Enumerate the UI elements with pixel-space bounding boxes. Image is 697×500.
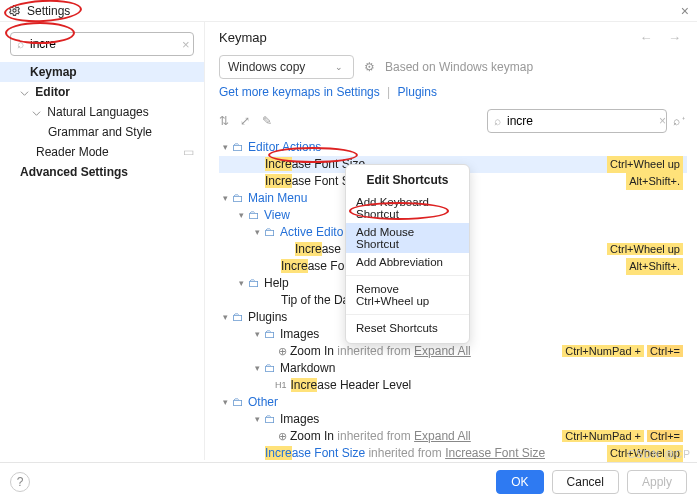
search-icon: ⌕ xyxy=(17,37,24,51)
keymap-scheme-select[interactable]: Windows copy ⌄ xyxy=(219,55,354,79)
close-icon[interactable]: × xyxy=(681,3,689,19)
help-button[interactable]: ? xyxy=(10,472,30,492)
title-bar: Settings × xyxy=(0,0,697,22)
sidebar-item-advanced[interactable]: Advanced Settings xyxy=(0,162,204,182)
get-more-link[interactable]: Get more keymaps in Settings xyxy=(219,85,380,99)
watermark: CSDN @CP xyxy=(628,449,691,460)
sidebar-search[interactable]: ⌕ × xyxy=(10,32,194,56)
footer: ? OK Cancel Apply xyxy=(0,462,697,500)
toggle-icon[interactable]: ▭ xyxy=(183,145,194,159)
tree-item-zoom-in[interactable]: ⊕Zoom In inherited from Expand AllCtrl+N… xyxy=(219,343,687,360)
cancel-button[interactable]: Cancel xyxy=(552,470,619,494)
sidebar-item-keymap[interactable]: Keymap xyxy=(0,62,204,82)
gear-icon[interactable]: ⚙ xyxy=(364,60,375,74)
chevron-down-icon: ⌄ xyxy=(335,62,343,72)
tree-toolbar[interactable]: ⇅ ⤢ ✎ xyxy=(219,114,276,128)
tree-folder-other[interactable]: ▾🗀Other xyxy=(219,394,687,411)
menu-reset[interactable]: Reset Shortcuts xyxy=(346,319,469,337)
ok-button[interactable]: OK xyxy=(496,470,543,494)
sidebar-item-reader[interactable]: Reader Mode ▭ xyxy=(0,142,204,162)
svg-point-0 xyxy=(13,9,16,12)
actions-search-input[interactable] xyxy=(505,113,659,129)
chevron-down-icon xyxy=(32,109,41,118)
menu-add-abbr[interactable]: Add Abbreviation xyxy=(346,253,469,271)
context-menu: Edit Shortcuts Add Keyboard Shortcut Add… xyxy=(345,164,470,344)
menu-add-keyboard[interactable]: Add Keyboard Shortcut xyxy=(346,193,469,223)
sidebar-item-editor[interactable]: Editor xyxy=(0,82,204,102)
sidebar-search-input[interactable] xyxy=(28,36,182,52)
window-title: Settings xyxy=(27,4,70,18)
chevron-down-icon xyxy=(20,89,29,98)
page-title: Keymap xyxy=(219,30,267,45)
plugins-link[interactable]: Plugins xyxy=(398,85,437,99)
sidebar-item-grammar[interactable]: Grammar and Style xyxy=(0,122,204,142)
nav-arrows[interactable]: ← → xyxy=(639,30,687,45)
clear-icon[interactable]: × xyxy=(182,37,190,52)
tree-item-header-level[interactable]: H1Increase Header Level xyxy=(219,377,687,394)
sidebar-item-natlang[interactable]: Natural Languages xyxy=(0,102,204,122)
find-by-shortcut-icon[interactable]: ⌕⁺ xyxy=(673,114,687,128)
tree-item-zoom-in-2[interactable]: ⊕Zoom In inherited from Expand AllCtrl+N… xyxy=(219,428,687,445)
sidebar: ⌕ × Keymap Editor Natural Languages Gram… xyxy=(0,22,205,460)
menu-title: Edit Shortcuts xyxy=(346,171,469,193)
menu-remove[interactable]: Remove Ctrl+Wheel up xyxy=(346,280,469,310)
tree-folder-images-2[interactable]: ▾🗀Images xyxy=(219,411,687,428)
apply-button[interactable]: Apply xyxy=(627,470,687,494)
clear-icon[interactable]: × xyxy=(659,114,666,128)
search-icon: ⌕ xyxy=(494,114,501,128)
shortcut-badge: Ctrl+Wheel up xyxy=(607,156,683,173)
menu-add-mouse[interactable]: Add Mouse Shortcut xyxy=(346,223,469,253)
actions-search[interactable]: ⌕ × xyxy=(487,109,667,133)
tree-folder-markdown[interactable]: ▾🗀Markdown xyxy=(219,360,687,377)
settings-icon xyxy=(8,4,21,17)
based-on-label: Based on Windows keymap xyxy=(385,60,533,74)
tree-folder-editor-actions[interactable]: ▾🗀Editor Actions xyxy=(219,139,687,156)
tree-item-inc-font-link[interactable]: Increase Font Size inherited from Increa… xyxy=(219,445,687,462)
shortcut-badge: Alt+Shift+. xyxy=(626,173,683,190)
